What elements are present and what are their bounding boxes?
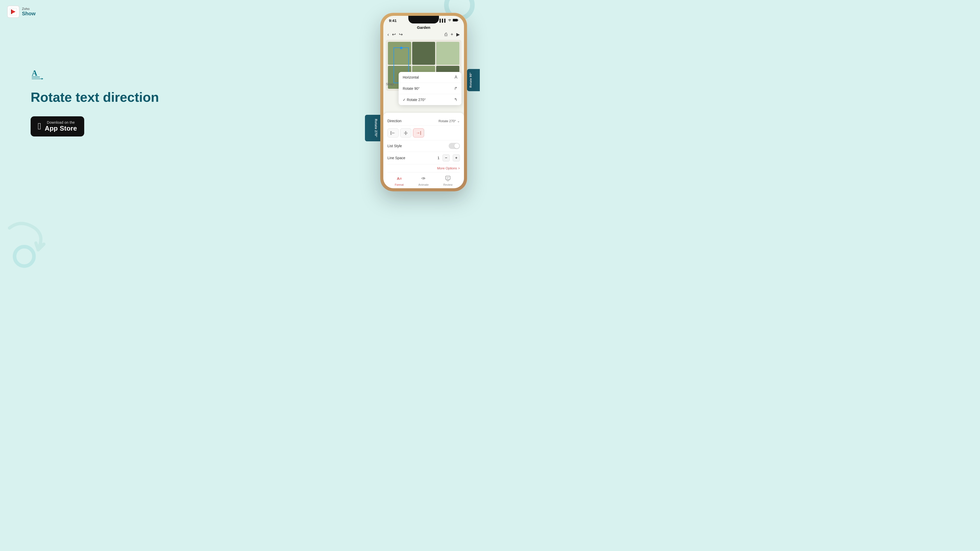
tab-animate[interactable]: Animate [418, 176, 428, 186]
direction-value-text: Rotate 270° [438, 119, 456, 123]
animate-icon [421, 176, 426, 183]
svg-marker-10 [423, 178, 424, 179]
tab-format[interactable]: A≡ Format [395, 176, 404, 186]
tab-animate-label: Animate [418, 183, 428, 186]
zoho-show-logo-icon [10, 8, 17, 16]
text-direction-dropdown: Horizontal A Rotate 90° ↱ ✓ Rotate 270° … [399, 72, 461, 105]
review-icon [445, 176, 451, 183]
bottom-panel: Direction Rotate 270° ⌄ |← -|- →| [383, 113, 464, 188]
direction-chevron-icon: ⌄ [457, 119, 460, 123]
dir-btn-right[interactable]: →| [413, 128, 424, 138]
svg-rect-7 [453, 19, 458, 21]
phone-frame: 9:41 ▌▌▌ [380, 13, 467, 191]
list-style-row: List Style [387, 140, 460, 152]
direction-value: Rotate 270° ⌄ [438, 119, 460, 123]
left-content: A Rotate text direction  Download on th… [30, 66, 159, 137]
logo-brand: Zoho [22, 7, 35, 11]
list-style-label: List Style [387, 144, 402, 148]
dropdown-rotate-270[interactable]: ✓ Rotate 270° ↰ [399, 94, 461, 105]
line-space-value: 1 [438, 156, 439, 160]
bottom-tabs: A≡ Format Animate [387, 172, 460, 188]
line-space-decrement[interactable]: − [442, 154, 450, 162]
phone-notch [408, 16, 439, 24]
svg-rect-11 [445, 176, 450, 179]
line-space-label: Line Space [387, 156, 405, 160]
svg-text:A: A [32, 69, 38, 78]
line-space-increment[interactable]: + [453, 154, 460, 162]
direction-label: Direction [387, 119, 401, 123]
logo-text: Zoho Show [22, 7, 35, 16]
more-options[interactable]: More Options > [387, 164, 460, 172]
direction-buttons-row: |← -|- →| [387, 126, 460, 140]
dropdown-rotate270-label: ✓ Rotate 270° [403, 98, 426, 102]
tab-format-label: Format [395, 183, 404, 186]
line-space-row: Line Space 1 − + [387, 152, 460, 164]
phone-screen: 9:41 ▌▌▌ [383, 16, 464, 188]
rotate90-icon: ↱ [454, 86, 457, 91]
apple-logo-icon:  [38, 122, 41, 131]
dropdown-rotate90-label: Rotate 90° [403, 86, 420, 91]
tab-review[interactable]: Review [443, 176, 452, 186]
logo-area: Zoho Show [7, 6, 35, 18]
dir-btn-center[interactable]: -|- [400, 128, 411, 138]
svg-rect-8 [458, 20, 458, 21]
bg-decoration-arrow [3, 214, 48, 260]
svg-rect-2 [11, 10, 12, 14]
list-style-toggle[interactable] [449, 143, 460, 149]
tab-review-label: Review [443, 183, 452, 186]
phone-mockup: Rotate 90° Rotate 270° 9:41 ▌▌▌ [380, 13, 467, 191]
text-direction-icon: A [30, 66, 159, 83]
svg-marker-6 [41, 78, 43, 79]
share-icon[interactable]: ⎙ [445, 32, 447, 37]
rotate-text-icon-svg: A [30, 66, 46, 82]
status-time: 9:41 [389, 18, 396, 23]
horizontal-icon: A [455, 75, 457, 79]
signal-icon: ▌▌▌ [439, 19, 447, 22]
logo-icon [7, 6, 19, 18]
slide-cell-1 [388, 42, 411, 65]
slide-cell-3 [436, 42, 460, 65]
dir-btn-left[interactable]: |← [387, 128, 399, 138]
app-store-button[interactable]:  Download on the App Store [30, 116, 84, 137]
rotate-90-tab[interactable]: Rotate 90° [467, 69, 480, 91]
nav-right: ⎙ + ▶ [445, 32, 460, 37]
add-icon[interactable]: + [450, 32, 453, 37]
play-icon[interactable]: ▶ [456, 32, 460, 37]
dropdown-horizontal[interactable]: Horizontal A [399, 72, 461, 83]
app-store-name: App Store [45, 124, 77, 132]
dropdown-horizontal-label: Horizontal [403, 75, 419, 79]
direction-row: Direction Rotate 270° ⌄ [387, 116, 460, 126]
redo-icon[interactable]: ↪ [399, 32, 403, 37]
format-icon: A≡ [396, 176, 402, 183]
slide-cell-2 [412, 42, 435, 65]
battery-icon [453, 19, 458, 22]
back-icon[interactable]: ‹ [387, 32, 389, 37]
svg-text:A≡: A≡ [397, 176, 402, 181]
app-store-text: Download on the App Store [45, 121, 77, 132]
dropdown-rotate-90[interactable]: Rotate 90° ↱ [399, 83, 461, 94]
rotate270-icon: ↰ [454, 97, 457, 102]
line-space-stepper: 1 − + [438, 154, 460, 162]
undo-icon[interactable]: ↩ [392, 32, 396, 37]
status-icons: ▌▌▌ [439, 19, 458, 22]
app-store-label: Download on the [45, 121, 77, 124]
rotate-270-tab[interactable]: Rotate 270° [365, 115, 380, 141]
nav-bar: ‹ ↩ ↪ ⎙ + ▶ [383, 32, 464, 40]
wifi-icon [448, 19, 452, 22]
more-options-label: More Options > [437, 166, 460, 170]
direction-buttons-group: |← -|- →| [387, 128, 424, 138]
toggle-knob [454, 143, 460, 148]
feature-title: Rotate text direction [30, 90, 159, 105]
shape-label: Shap... [386, 82, 396, 86]
logo-product: Show [22, 11, 35, 16]
nav-left: ‹ ↩ ↪ [387, 32, 403, 37]
nav-title: Garden [383, 24, 464, 32]
